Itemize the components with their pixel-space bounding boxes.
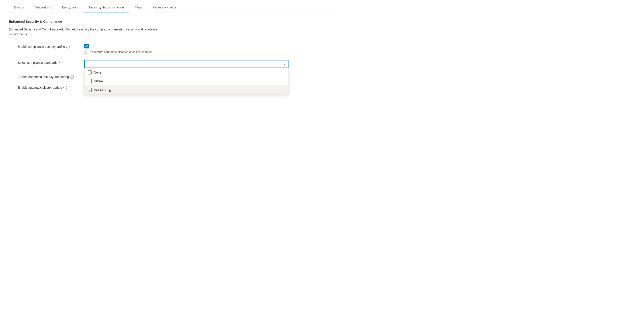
tab-review-create[interactable]: Review + create [147, 2, 182, 12]
hipaa-label: HIPAA [94, 79, 103, 83]
compliance-profile-control: △ This feature cannot be disabled once i… [84, 44, 288, 54]
pci-dss-label: PCI-DSS [94, 88, 106, 92]
dropdown-option-pci-dss[interactable]: PCI-DSS ◣ [84, 86, 288, 94]
compliance-profile-checkbox-container [84, 44, 288, 48]
tab-basics[interactable]: Basics [9, 2, 29, 12]
compliance-standards-dropdown-wrapper: ⌄ None HIPAA [84, 60, 288, 68]
compliance-standards-select[interactable]: ⌄ [84, 60, 288, 68]
chevron-down-icon: ⌄ [283, 62, 286, 66]
compliance-standards-control: ⌄ None HIPAA [84, 60, 288, 68]
warning-triangle-icon: △ [84, 50, 87, 54]
compliance-profile-checkbox[interactable] [84, 44, 89, 48]
tab-navigation: Basics Networking Encryption Security & … [9, 0, 333, 13]
pci-dss-checkbox[interactable] [88, 88, 92, 92]
main-content: Enhanced Security & Compliance Enhanced … [9, 13, 333, 103]
dropdown-option-hipaa[interactable]: HIPAA [84, 77, 288, 86]
section-title: Enhanced Security & Compliance [9, 20, 333, 23]
tab-tags[interactable]: Tags [130, 2, 147, 12]
tab-encryption[interactable]: Encryption [56, 2, 83, 12]
hipaa-checkbox[interactable] [88, 79, 92, 83]
compliance-profile-label: Enable compliance security profile i [9, 44, 84, 48]
dropdown-option-none[interactable]: None [84, 68, 288, 77]
compliance-standards-dropdown-list: None HIPAA PCI-DSS ◣ [84, 68, 288, 94]
mouse-cursor-icon: ◣ [109, 88, 112, 92]
cluster-update-info-icon[interactable]: i [64, 86, 67, 89]
security-monitoring-label: Enable enhanced security monitoring i [9, 74, 84, 79]
required-indicator: * [59, 61, 60, 64]
cluster-update-label: Enable automatic cluster update i [9, 85, 84, 89]
tab-security-compliance[interactable]: Security & compliance [83, 2, 130, 12]
compliance-profile-warning: △ This feature cannot be disabled once i… [84, 50, 288, 54]
compliance-profile-info-icon[interactable]: i [66, 45, 70, 48]
section-description: Enhanced Security and Compliance Add-On … [9, 27, 173, 37]
compliance-standards-label: Select compliance standards * [9, 60, 84, 64]
none-label: None [94, 71, 101, 74]
compliance-profile-row: Enable compliance security profile i △ T… [9, 44, 333, 54]
none-checkbox[interactable] [88, 70, 92, 74]
tab-networking[interactable]: Networking [29, 2, 56, 12]
security-monitoring-info-icon[interactable]: i [70, 75, 74, 79]
compliance-standards-row: Select compliance standards * ⌄ [9, 60, 333, 68]
